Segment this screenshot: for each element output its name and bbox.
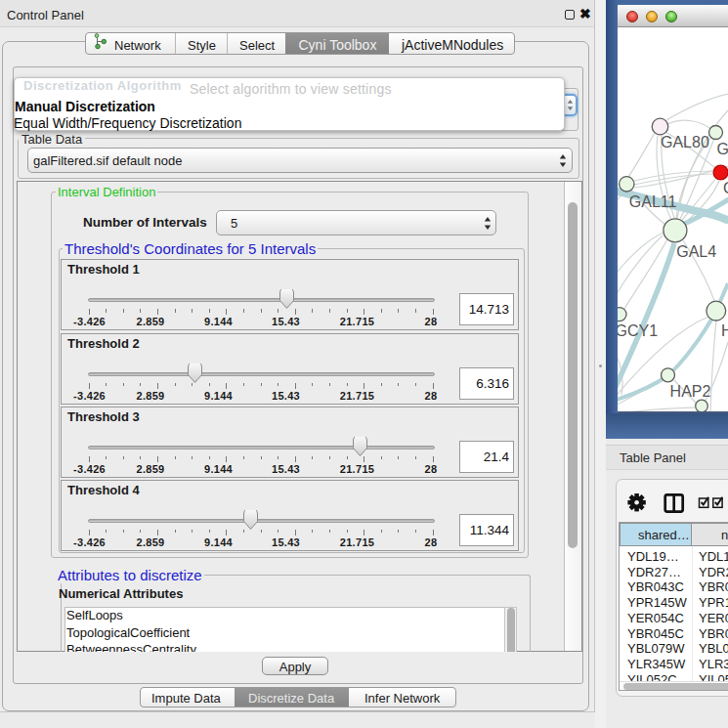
svg-text:GAL4: GAL4 — [676, 243, 716, 260]
svg-text:CR: CR — [723, 180, 728, 196]
svg-text:GCY1: GCY1 — [618, 322, 658, 339]
svg-text:GAL2: GAL2 — [717, 141, 728, 157]
svg-text:GAL80: GAL80 — [661, 134, 709, 150]
svg-text:H: H — [721, 322, 728, 339]
svg-text:HAP2: HAP2 — [670, 383, 711, 400]
svg-text:GAL11: GAL11 — [629, 193, 677, 210]
